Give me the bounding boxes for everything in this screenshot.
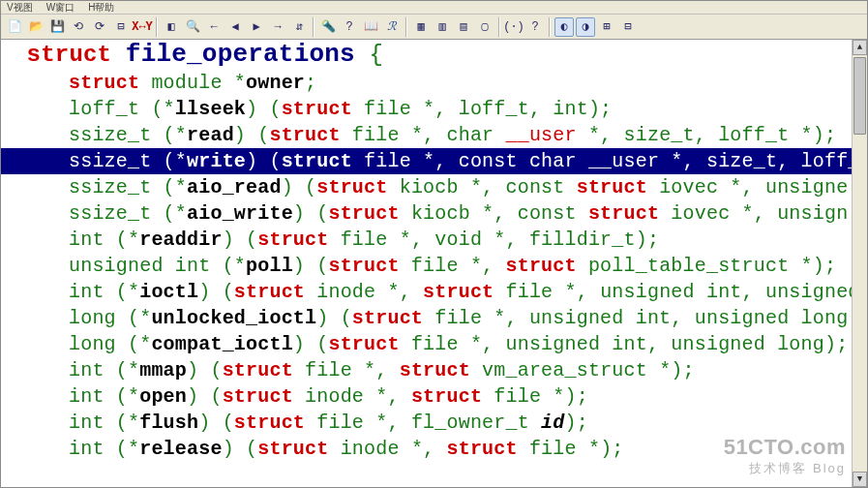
- keyword: struct: [269, 124, 340, 146]
- menu-view[interactable]: V视图: [7, 1, 33, 15]
- tb-mode1-icon[interactable]: ◐: [554, 17, 574, 37]
- tb-open-icon[interactable]: 📂: [26, 17, 45, 37]
- menu-bar[interactable]: V视图 W窗口 H帮助: [1, 1, 867, 15]
- type: int (*: [69, 281, 139, 303]
- tb-redo-icon[interactable]: ⟳: [90, 17, 109, 37]
- tb-mode2-icon[interactable]: ◑: [576, 17, 595, 37]
- scrollbar-thumb[interactable]: [853, 57, 866, 135]
- brace: {: [355, 42, 383, 68]
- code-line: int (*release) (struct inode *, struct f…: [1, 436, 867, 462]
- keyword: struct: [506, 255, 577, 277]
- member: read: [187, 124, 234, 146]
- tb-layout3-icon[interactable]: ▤: [454, 17, 473, 37]
- params: iovec *, unsigne: [647, 176, 848, 198]
- menu-help[interactable]: H帮助: [88, 1, 114, 15]
- params: *, size_t, loff_t *);: [577, 124, 836, 146]
- punc: ) (: [282, 176, 317, 198]
- menu-window[interactable]: W窗口: [46, 1, 75, 15]
- tb-swap-icon[interactable]: X↔Y: [133, 17, 152, 37]
- punc: ) (: [246, 150, 282, 172]
- params: file *,: [400, 255, 506, 277]
- tb-panel-icon[interactable]: ◧: [162, 17, 181, 37]
- tb-layout4-icon[interactable]: ▢: [475, 17, 494, 37]
- punc: ) (: [198, 412, 234, 434]
- tb-back-first-icon[interactable]: ←: [204, 17, 224, 37]
- tb-layout2-icon[interactable]: ▥: [433, 17, 452, 37]
- tb-collapse-icon[interactable]: ⊟: [111, 17, 131, 37]
- member: release: [139, 438, 222, 460]
- params: file *, unsigned int, unsigned long: [423, 307, 848, 329]
- punc: ) (: [293, 333, 329, 355]
- keyword: struct: [316, 176, 387, 198]
- params: file *, char: [341, 124, 506, 146]
- keyword: struct: [352, 307, 423, 329]
- tb-forward-last-icon[interactable]: →: [268, 17, 287, 37]
- member: compat_ioctl: [151, 333, 292, 355]
- type: ssize_t (*: [69, 176, 187, 198]
- code-line: int (*readdir) (struct file *, void *, f…: [1, 227, 867, 253]
- tb-ref-icon[interactable]: ℛ: [382, 17, 402, 37]
- member: flush: [139, 412, 198, 434]
- tb-undo-icon[interactable]: ⟲: [69, 17, 88, 37]
- type: int (*: [69, 229, 139, 251]
- scroll-up-icon[interactable]: ▲: [853, 40, 867, 55]
- scrollbar-track[interactable]: [853, 55, 867, 472]
- code-line: long (*unlocked_ioctl) (struct file *, u…: [1, 305, 867, 331]
- punc: ) (: [223, 438, 258, 460]
- params: kiocb *, const: [387, 176, 576, 198]
- tb-expand-icon[interactable]: ⊞: [597, 17, 616, 37]
- tb-layout1-icon[interactable]: ▦: [411, 17, 431, 37]
- type: int (*: [69, 385, 139, 408]
- params: kiocb *, const: [400, 202, 588, 225]
- params: file *, fl_owner_t: [305, 412, 541, 434]
- punc: ) (: [187, 359, 223, 381]
- member: aio_read: [187, 176, 282, 198]
- tb-book-icon[interactable]: 📖: [361, 17, 380, 37]
- code-line: int (*open) (struct inode *, struct file…: [1, 383, 867, 410]
- tb-save-icon[interactable]: 💾: [47, 17, 67, 37]
- params: file *, void *, filldir_t);: [328, 229, 659, 251]
- tb-paren-icon[interactable]: (·): [504, 17, 524, 37]
- member: write: [187, 150, 246, 172]
- keyword: struct: [223, 385, 293, 408]
- keyword: struct: [588, 202, 659, 225]
- keyword: struct: [282, 150, 352, 172]
- tb-back-icon[interactable]: ◀: [225, 17, 245, 37]
- code-editor[interactable]: struct file_operations { struct module *…: [1, 40, 867, 487]
- member: open: [139, 385, 187, 408]
- member: aio_write: [187, 202, 293, 225]
- tb-sort-icon[interactable]: ⇵: [289, 17, 309, 37]
- punc: ) (: [223, 229, 258, 251]
- toolbar: 📄 📂 💾 ⟲ ⟳ ⊟ X↔Y ◧ 🔍 ← ◀ ▶ → ⇵ 🔦 ? 📖 ℛ ▦ …: [1, 15, 867, 40]
- params: inode *,: [293, 385, 411, 408]
- type: module *: [139, 72, 246, 94]
- code-line-selected: ssize_t (*write) (struct file *, const c…: [1, 148, 867, 174]
- tb-new-icon[interactable]: 📄: [5, 17, 24, 37]
- member: unlocked_ioctl: [151, 307, 316, 329]
- keyword: struct: [577, 176, 647, 198]
- tb-forward-icon[interactable]: ▶: [247, 17, 266, 37]
- keyword: struct: [69, 72, 139, 94]
- type: int (*: [69, 359, 139, 381]
- code-line: loff_t (*llseek) (struct file *, loff_t,…: [1, 96, 867, 122]
- keyword: struct: [223, 359, 293, 381]
- type: int (*: [69, 412, 139, 434]
- keyword: struct: [423, 281, 494, 303]
- type: int (*: [69, 438, 139, 460]
- member: mmap: [139, 359, 187, 381]
- user-macro: __user: [588, 150, 659, 172]
- tb-help-icon[interactable]: ?: [340, 17, 359, 37]
- scroll-down-icon[interactable]: ▼: [853, 472, 867, 487]
- toolbar-separator: [405, 17, 407, 37]
- vertical-scrollbar[interactable]: ▲ ▼: [852, 40, 867, 487]
- tb-highlight-icon[interactable]: 🔦: [318, 17, 338, 37]
- params: file *, unsigned int, unsigned lo: [494, 281, 867, 303]
- keyword: struct: [447, 438, 518, 460]
- keyword: struct: [328, 333, 399, 355]
- tb-collapse2-icon[interactable]: ⊟: [618, 17, 638, 37]
- tb-whatsthis-icon[interactable]: ?: [525, 17, 545, 37]
- code-line: struct file_operations {: [1, 40, 867, 70]
- type: loff_t (*: [69, 98, 175, 120]
- tb-search-icon[interactable]: 🔍: [183, 17, 202, 37]
- keyword: struct: [282, 98, 352, 120]
